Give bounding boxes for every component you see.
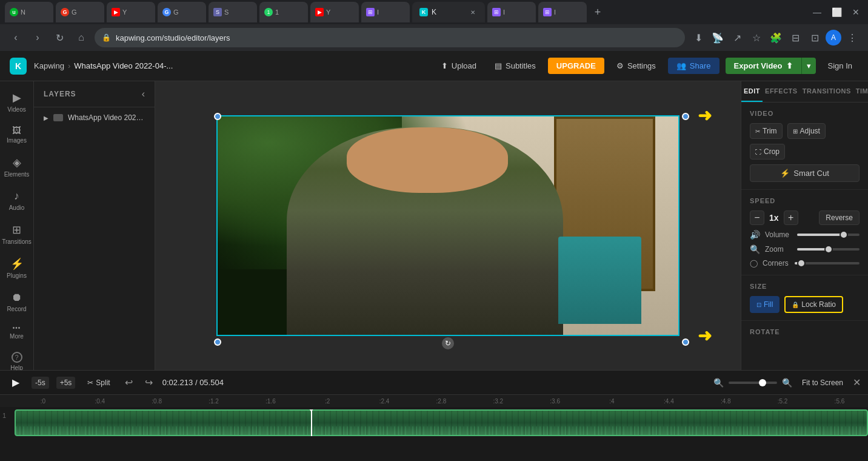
lock-ratio-button[interactable]: 🔒 Lock Ratio <box>784 296 843 313</box>
bookmark-icon[interactable]: ☆ <box>748 29 765 46</box>
zoom-in-icon[interactable]: 🔍 <box>782 378 792 388</box>
sidebar-item-help[interactable]: ? Help <box>0 347 33 370</box>
timeline-track[interactable] <box>15 409 868 436</box>
play-button[interactable]: ▶ <box>7 374 24 391</box>
handle-top-right[interactable] <box>682 113 689 120</box>
trim-button[interactable]: ✂ Trim <box>750 123 783 139</box>
extensions-icon[interactable]: 🧩 <box>767 29 784 46</box>
sidebar-icon[interactable]: ⊟ <box>787 29 804 46</box>
tab-phone[interactable]: 1 1 <box>259 2 308 22</box>
sidebar-item-more[interactable]: ••• More <box>0 320 33 345</box>
export-video-button[interactable]: Export Video ⬆ <box>726 58 801 74</box>
fit-to-screen-button[interactable]: Fit to Screen <box>797 376 848 389</box>
adjust-button[interactable]: ⊞ Adjust <box>787 123 826 139</box>
tab-grid2[interactable]: ⊞ I <box>487 2 536 22</box>
speed-increase-button[interactable]: + <box>784 210 798 225</box>
export-dropdown-button[interactable]: ▾ <box>801 58 816 74</box>
zoom-out-icon[interactable]: 🔍 <box>713 378 724 388</box>
home-button[interactable]: ⌂ <box>73 29 90 46</box>
upgrade-button[interactable]: UPGRADE <box>548 58 604 74</box>
main-area: ▶ Videos 🖼 Images ◈ Elements ♪ Audio ⊞ T… <box>0 81 868 370</box>
sidebar-item-plugins[interactable]: ⚡ Plugins <box>0 252 33 284</box>
sidebar-item-transitions[interactable]: ⊞ Transitions <box>0 218 33 250</box>
gear-icon: ⚙ <box>616 61 624 70</box>
close-window-button[interactable]: ✕ <box>849 5 863 19</box>
smart-cut-button[interactable]: ⚡ Smart Cut <box>750 164 860 182</box>
sidebar-item-elements[interactable]: ◈ Elements <box>0 151 33 183</box>
timeline-toolbar: ▶ -5s +5s ✂ Split ↩ ↪ 0:02.213 / 05.504 … <box>0 371 868 395</box>
timeline-right: 🔍 🔍 Fit to Screen ✕ <box>713 376 861 389</box>
sidebar-item-videos[interactable]: ▶ Videos <box>0 86 33 118</box>
back-button[interactable]: ‹ <box>7 29 24 46</box>
profile-avatar[interactable]: A <box>826 30 841 45</box>
handle-top-left[interactable] <box>214 113 221 120</box>
subtitles-button[interactable]: ▤ Subtitles <box>489 58 542 74</box>
layer-item-video[interactable]: ▶ WhatsApp Video 2022.12.... <box>34 107 155 128</box>
rotate-handle[interactable]: ↻ <box>442 337 454 349</box>
maximize-button[interactable]: ⬜ <box>829 5 844 19</box>
handle-bottom-right[interactable] <box>682 338 689 346</box>
ruler-mark: :0.8 <box>129 398 185 405</box>
menu-icon[interactable]: ⋮ <box>844 29 861 46</box>
tab-upwork[interactable]: u N <box>5 2 53 22</box>
zoom-slider[interactable] <box>797 248 860 251</box>
handle-bottom-left[interactable] <box>214 338 221 346</box>
redo-button[interactable]: ↪ <box>142 374 155 391</box>
tab-google[interactable]: G G <box>158 2 206 22</box>
volume-slider[interactable] <box>797 234 860 236</box>
sidebar-label-more: More <box>10 333 24 340</box>
cast-icon[interactable]: 📡 <box>709 29 726 46</box>
new-tab-button[interactable]: + <box>589 4 606 21</box>
timeline-zoom-slider[interactable] <box>729 382 777 384</box>
tab-grid1[interactable]: ⊞ I <box>361 2 410 22</box>
video-actions: ✂ Trim ⊞ Adjust ⛶ Crop <box>750 123 860 160</box>
signin-button[interactable]: Sign In <box>822 58 858 74</box>
ruler-mark: :5.2 <box>754 398 811 405</box>
split-icon: ✂ <box>87 379 93 387</box>
minimize-button[interactable]: — <box>810 5 824 19</box>
trim-label: Trim <box>763 127 777 135</box>
sidebar-item-images[interactable]: 🖼 Images <box>0 120 33 149</box>
tab-stream[interactable]: S S <box>209 2 257 22</box>
tab-grammarly[interactable]: G G <box>56 2 104 22</box>
share-icon[interactable]: ↗ <box>729 29 746 46</box>
skip-forward-button[interactable]: +5s <box>56 377 76 389</box>
sidebar-item-record[interactable]: ⏺ Record <box>0 286 33 317</box>
layers-collapse-button[interactable]: ‹ <box>142 89 145 99</box>
tab-youtube1[interactable]: ▶ Y <box>107 2 155 22</box>
tab-timing[interactable]: TIMING <box>853 81 868 102</box>
timeline-tracks-area: 1 <box>0 407 868 461</box>
skip-back-button[interactable]: -5s <box>32 377 49 389</box>
tab-youtube2[interactable]: ▶ Y <box>310 2 359 22</box>
track-number: 1 <box>2 412 6 419</box>
close-timeline-button[interactable]: ✕ <box>853 377 861 388</box>
reload-button[interactable]: ↻ <box>51 29 68 46</box>
help-icon: ? <box>12 352 22 363</box>
tab-transitions[interactable]: TRANSITIONS <box>800 81 853 102</box>
speed-decrease-button[interactable]: − <box>750 210 764 225</box>
crop-button[interactable]: ⛶ Crop <box>750 144 785 160</box>
appearance-icon[interactable]: ⊡ <box>806 29 823 46</box>
ruler-mark: :3.2 <box>470 398 527 405</box>
settings-button[interactable]: ⚙ Settings <box>610 58 662 74</box>
tab-edit[interactable]: EDIT <box>741 81 763 102</box>
address-bar[interactable]: 🔒 kapwing.com/studio/editor/layers <box>95 28 685 47</box>
canvas-container: ↻ ➜ ➜ <box>218 116 678 335</box>
tab-effects[interactable]: EFFECTS <box>763 81 800 102</box>
share-button[interactable]: 👥 Share <box>668 58 719 74</box>
sidebar-item-audio[interactable]: ♪ Audio <box>0 185 33 216</box>
forward-button[interactable]: › <box>29 29 46 46</box>
fill-button[interactable]: ⊡ Fill <box>750 296 780 313</box>
download-icon[interactable]: ⬇ <box>690 29 707 46</box>
undo-button[interactable]: ↩ <box>122 374 135 391</box>
upload-button[interactable]: ⬆ Upload <box>435 58 482 74</box>
split-button[interactable]: ✂ Split <box>82 376 115 389</box>
tab-kapwing[interactable]: K K ✕ <box>412 2 485 22</box>
reverse-button[interactable]: Reverse <box>819 210 860 225</box>
corners-slider[interactable] <box>795 262 860 264</box>
breadcrumb-brand[interactable]: Kapwing <box>34 61 64 70</box>
playhead[interactable] <box>311 409 312 436</box>
canvas-area[interactable]: ↻ ➜ ➜ <box>155 81 741 370</box>
tab-close-btn[interactable]: ✕ <box>468 7 478 17</box>
tab-grid3[interactable]: ⊞ I <box>538 2 587 22</box>
